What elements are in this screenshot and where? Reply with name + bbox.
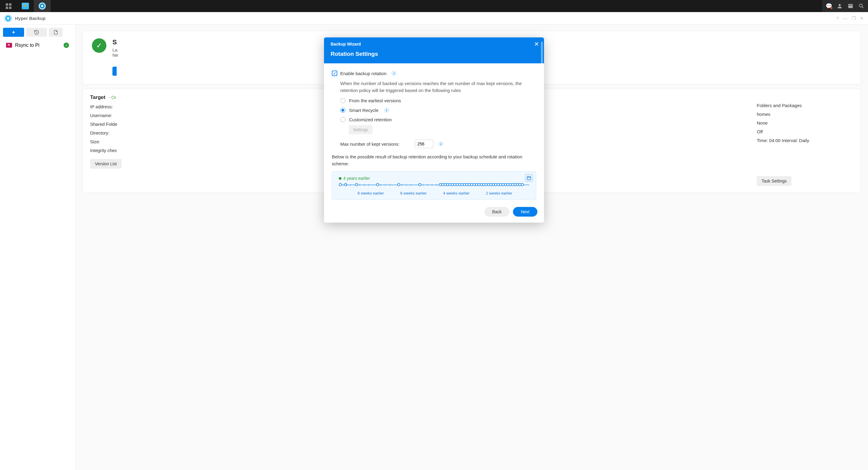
system-taskbar: 💬	[0, 0, 868, 12]
panel-icon	[847, 3, 854, 9]
enable-rotation-checkbox[interactable]: ✓	[332, 70, 337, 76]
taskbar-left	[0, 0, 51, 12]
taskbar-right: 💬	[822, 0, 868, 12]
opt-earliest-row[interactable]: From the earliest versions	[340, 98, 536, 103]
search-icon	[858, 3, 864, 9]
svg-rect-1	[848, 4, 853, 8]
info-icon[interactable]: i	[438, 141, 444, 147]
task-item-rsync[interactable]: Rsync to Pi ✓	[3, 40, 72, 51]
max-versions-row: Max number of kept versions: i	[340, 140, 536, 148]
custom-settings-button: Settings	[349, 125, 373, 134]
window-controls: ? — ❐ ✕	[836, 16, 864, 21]
modal-footer: Back Next	[324, 203, 544, 223]
radio-smart[interactable]	[340, 108, 345, 113]
back-button[interactable]: Back	[484, 207, 509, 216]
enable-rotation-row[interactable]: ✓ Enable backup rotation i	[332, 70, 536, 76]
backup-now-button[interactable]	[113, 67, 117, 76]
timeline-track	[337, 182, 531, 188]
modal-body: ✓ Enable backup rotation i When the numb…	[324, 63, 544, 203]
status-lines: S La Ne	[113, 38, 118, 58]
max-versions-input[interactable]	[415, 140, 433, 148]
svg-point-0	[839, 4, 841, 6]
restore-button[interactable]	[26, 28, 47, 37]
backup-wizard-modal: Backup Wizard Rotation Settings ✕ ✓ Enab…	[324, 37, 544, 223]
homes-value: homes	[757, 112, 770, 117]
svg-line-4	[862, 7, 864, 8]
shared-label: Shared Folde	[90, 122, 117, 127]
opt-custom-label: Customized retention	[349, 117, 392, 122]
rotation-description: When the number of backed up versions re…	[340, 80, 536, 94]
info-icon[interactable]: i	[391, 70, 397, 76]
calendar-icon[interactable]	[525, 174, 533, 182]
success-check-icon: ✓	[92, 38, 106, 53]
step-title: Rotation Settings	[331, 51, 537, 57]
task-settings-button[interactable]: Task Settings	[757, 176, 792, 186]
modal-header: Backup Wizard Rotation Settings ✕	[324, 37, 544, 63]
add-task-button[interactable]	[3, 28, 24, 37]
none-value: None	[757, 120, 768, 125]
backup-app-icon	[38, 2, 46, 10]
status-title: S	[113, 38, 118, 46]
sidebar-toolbar	[3, 28, 72, 37]
hyper-backup-taskbar-button[interactable]	[34, 0, 51, 12]
timeline-preview: 4 years earlier	[332, 171, 536, 200]
sidebar: Rsync to Pi ✓	[0, 25, 75, 470]
help-button[interactable]: ?	[836, 16, 839, 21]
wizard-title: Backup Wizard	[331, 41, 537, 47]
max-versions-label: Max number of kept versions:	[340, 142, 400, 147]
timeline-start-label: 4 years earlier	[343, 176, 370, 181]
last-backup-line: La	[113, 47, 118, 53]
opt-earliest-label: From the earliest versions	[349, 98, 401, 103]
ok-badge: ✓	[64, 42, 69, 48]
opt-smart-label: Smart Recycle	[349, 108, 378, 113]
ip-label: IP address:	[90, 104, 113, 109]
opt-smart-row[interactable]: Smart Recycle i	[340, 108, 536, 113]
modal-scrollbar[interactable]	[541, 41, 543, 66]
modal-close-button[interactable]: ✕	[534, 40, 539, 48]
radio-earliest[interactable]	[340, 98, 345, 103]
time-value: Time: 04:00 Interval: Daily	[757, 138, 809, 143]
package-center-button[interactable]	[17, 0, 34, 12]
app-title: Hyper Backup	[15, 16, 45, 21]
timeline-labels: 8 weeks earlier 6 weeks earlier 4 weeks …	[337, 191, 531, 196]
notification-dot	[830, 7, 832, 9]
info-icon[interactable]: i	[384, 108, 390, 113]
notification-button[interactable]: 💬	[824, 1, 834, 11]
minimize-button[interactable]: —	[843, 16, 847, 21]
app-icon	[4, 14, 12, 22]
radio-custom[interactable]	[340, 117, 345, 122]
next-button[interactable]: Next	[513, 207, 537, 216]
label-2w: 2 weeks earlier	[486, 191, 512, 196]
user-label: Username:	[90, 113, 112, 118]
svg-point-3	[859, 4, 862, 7]
size-label: Size:	[90, 139, 100, 144]
label-6w: 6 weeks earlier	[400, 191, 427, 196]
version-list-button[interactable]: Version List	[90, 159, 121, 169]
next-backup-line: Ne	[113, 53, 118, 58]
history-icon	[34, 30, 39, 35]
maximize-button[interactable]: ❐	[852, 16, 856, 21]
svg-line-8	[36, 33, 37, 33]
app-titlebar: Hyper Backup ? — ❐ ✕	[0, 12, 868, 25]
widgets-button[interactable]	[845, 1, 856, 11]
app-launcher-button[interactable]	[0, 0, 17, 12]
rsync-folder-icon	[6, 43, 12, 48]
svg-rect-9	[527, 176, 531, 180]
document-button[interactable]	[49, 28, 63, 37]
svg-rect-2	[849, 5, 852, 6]
user-menu-button[interactable]	[834, 1, 845, 11]
start-dot-icon	[339, 177, 341, 180]
task-name: Rsync to Pi	[15, 42, 39, 48]
grid-icon	[6, 3, 11, 9]
close-button[interactable]: ✕	[860, 16, 864, 21]
label-4w: 4 weeks earlier	[443, 191, 469, 196]
target-status: - Or	[108, 95, 116, 100]
timeline-start: 4 years earlier	[339, 176, 531, 181]
label-8w: 8 weeks earlier	[358, 191, 384, 196]
document-icon	[53, 30, 58, 35]
integrity-label: Integrity chec	[90, 148, 117, 153]
off-value: Off	[757, 129, 763, 134]
user-icon	[837, 3, 843, 9]
search-button[interactable]	[856, 1, 867, 11]
opt-custom-row[interactable]: Customized retention	[340, 117, 536, 122]
